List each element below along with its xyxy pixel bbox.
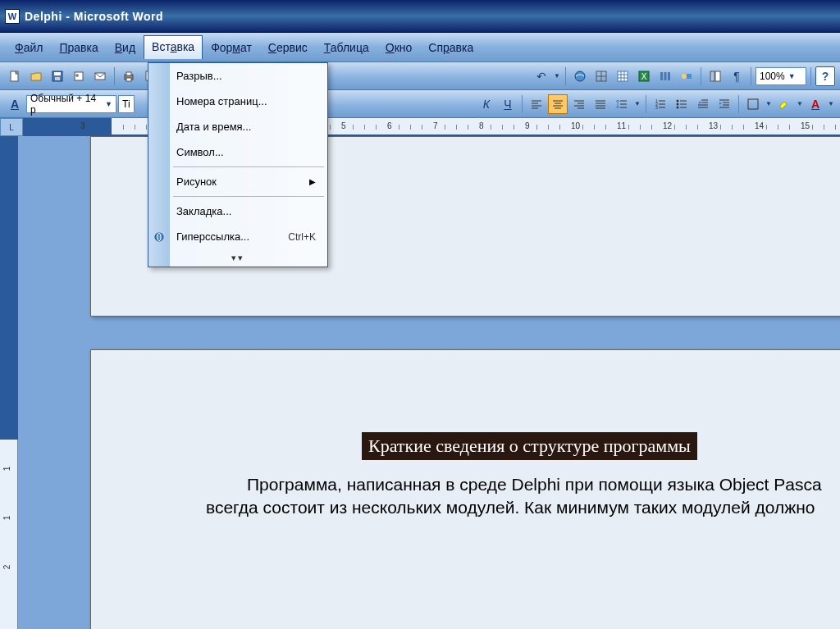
new-doc-button[interactable] [5, 66, 25, 86]
undo-dropdown[interactable]: ▼ [553, 66, 561, 86]
bullets-button[interactable] [672, 94, 692, 114]
svg-point-58 [677, 106, 679, 108]
toolbar-separator [701, 67, 701, 85]
style-select[interactable]: Обычный + 14 р▼ [26, 95, 116, 113]
italic-button[interactable]: К [477, 94, 496, 114]
underline-button[interactable]: Ч [498, 94, 518, 114]
print-button[interactable] [119, 66, 139, 86]
style-value: Обычный + 14 р [30, 93, 102, 116]
vertical-ruler[interactable]: 1 1 2 [0, 136, 18, 629]
toolbar-separator [522, 95, 523, 113]
document-body-text[interactable]: Программа, написанная в среде Delphi при… [206, 473, 840, 520]
document-workspace: 1 1 2 Краткие сведения о структуре прогр… [0, 136, 840, 629]
doc-map-button[interactable] [705, 66, 725, 86]
styles-pane-button[interactable]: A [5, 94, 25, 114]
menu-item-symbol[interactable]: Символ... [148, 139, 327, 165]
permission-button[interactable] [69, 66, 89, 86]
excel-button[interactable]: X [634, 66, 654, 86]
svg-rect-24 [660, 72, 663, 80]
link-icon [153, 230, 166, 244]
numbering-button[interactable]: 123 [651, 94, 670, 114]
title-bar: W Delphi - Microsoft Word [0, 0, 840, 33]
highlight-button[interactable] [774, 94, 794, 114]
horizontal-ruler[interactable]: 312345678910111213141516 [23, 118, 840, 134]
font-value: Ti [122, 98, 130, 110]
insert-menu-dropdown: Разрыв... Номера страниц... Дата и время… [148, 62, 328, 267]
menu-insert[interactable]: Вставка [144, 35, 203, 59]
line-spacing-dropdown[interactable]: ▼ [633, 94, 641, 114]
align-center-button[interactable] [548, 94, 568, 114]
tables-borders-button[interactable] [591, 66, 611, 86]
menu-item-page-numbers[interactable]: Номера страниц... [148, 89, 327, 114]
svg-point-56 [677, 99, 679, 102]
font-color-dropdown[interactable]: ▼ [827, 94, 835, 114]
menu-view[interactable]: Вид [107, 36, 144, 59]
svg-rect-3 [55, 77, 60, 80]
toolbar-separator [565, 67, 566, 85]
menu-help[interactable]: Справка [420, 36, 482, 59]
svg-rect-2 [54, 72, 61, 75]
borders-dropdown[interactable]: ▼ [765, 94, 773, 114]
highlight-dropdown[interactable]: ▼ [796, 94, 804, 114]
svg-rect-30 [715, 71, 720, 81]
svg-text:X: X [641, 72, 647, 81]
hyperlink-button[interactable] [570, 66, 590, 86]
open-button[interactable] [26, 66, 46, 86]
menu-window[interactable]: Окно [377, 36, 421, 59]
align-justify-button[interactable] [591, 94, 610, 114]
document-heading[interactable]: Краткие сведения о структуре программы [362, 432, 697, 460]
increase-indent-button[interactable] [714, 94, 734, 114]
menu-format[interactable]: Формат [203, 36, 260, 59]
decrease-indent-button[interactable] [693, 94, 713, 114]
menu-bar: Файл Правка Вид Вставка Формат Сервис Та… [0, 33, 840, 62]
menu-item-date-time[interactable]: Дата и время... [148, 114, 327, 139]
undo-button[interactable]: ↶ [532, 66, 551, 86]
svg-point-27 [682, 74, 687, 79]
formatting-toolbar: A Обычный + 14 р▼ Ti К Ч ▼ 123 ▼ ▼ A ▼ [0, 90, 840, 118]
standard-toolbar: ↶ ▼ X ¶ 100%▼ ? [0, 62, 840, 90]
svg-point-5 [75, 74, 79, 77]
zoom-select[interactable]: 100%▼ [756, 67, 806, 85]
svg-rect-26 [668, 72, 670, 80]
toolbar-separator [114, 67, 115, 85]
drawing-button[interactable] [677, 66, 696, 86]
toolbar-separator [810, 67, 811, 85]
borders-button[interactable] [743, 94, 763, 114]
align-right-button[interactable] [569, 94, 589, 114]
svg-point-57 [677, 103, 679, 105]
menu-tools[interactable]: Сервис [260, 36, 316, 59]
line-spacing-button[interactable] [612, 94, 632, 114]
app-title: Delphi - Microsoft Word [25, 10, 163, 23]
align-left-button[interactable] [527, 94, 546, 114]
svg-rect-29 [710, 71, 714, 81]
svg-rect-25 [664, 72, 667, 80]
menu-edit[interactable]: Правка [51, 36, 106, 59]
svg-rect-17 [618, 71, 628, 81]
ruler-corner[interactable]: L [0, 118, 23, 136]
email-button[interactable] [90, 66, 110, 86]
menu-separator [173, 196, 324, 197]
menu-expand-chevron[interactable]: ▾▾ [148, 249, 327, 267]
save-button[interactable] [48, 66, 67, 86]
menu-item-break[interactable]: Разрыв... [148, 63, 327, 89]
menu-table[interactable]: Таблица [316, 36, 377, 59]
menu-item-hyperlink[interactable]: Гиперссылка...Ctrl+K [148, 224, 327, 249]
document-page[interactable]: Краткие сведения о структуре программы П… [90, 349, 840, 629]
toolbar-separator [646, 95, 646, 113]
menu-item-picture[interactable]: Рисунок▶ [148, 169, 327, 194]
svg-text:3: 3 [655, 105, 658, 110]
svg-rect-9 [126, 78, 131, 81]
font-select[interactable]: Ti [118, 95, 135, 113]
menu-file[interactable]: Файл [7, 36, 51, 59]
svg-rect-70 [748, 99, 758, 109]
insert-table-button[interactable] [613, 66, 632, 86]
zoom-value: 100% [760, 71, 785, 82]
columns-button[interactable] [655, 66, 675, 86]
shortcut-label: Ctrl+K [288, 231, 316, 243]
svg-rect-28 [687, 74, 692, 79]
help-button[interactable]: ? [815, 66, 835, 86]
font-color-button[interactable]: A [806, 94, 825, 114]
paragraph-marks-button[interactable]: ¶ [727, 66, 746, 86]
menu-item-bookmark[interactable]: Закладка... [148, 198, 327, 224]
toolbar-separator [738, 95, 739, 113]
